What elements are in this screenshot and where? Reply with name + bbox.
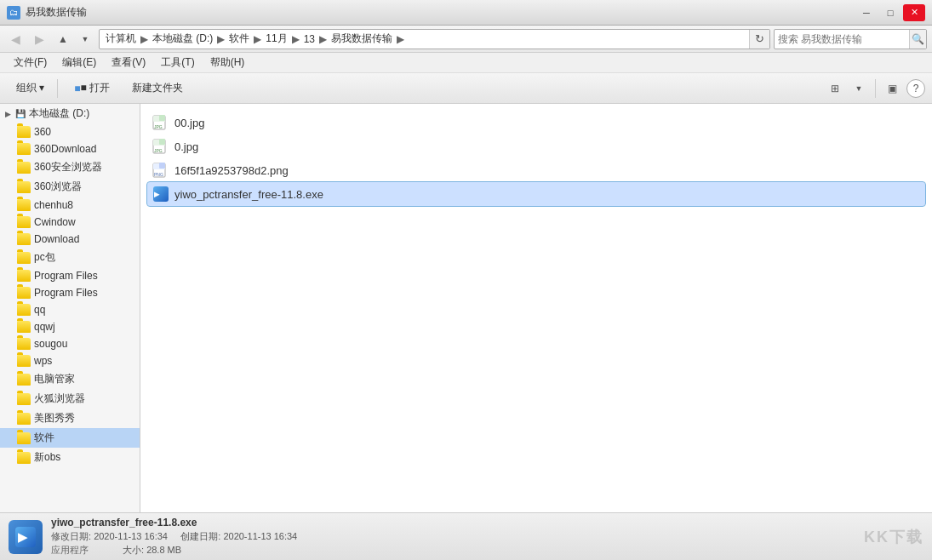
file-item-exe[interactable]: ▶ yiwo_pctransfer_free-11.8.exe: [147, 182, 925, 206]
sidebar-label-sougou: sougou: [34, 338, 67, 350]
png-icon: PNG: [152, 162, 169, 179]
sidebar-item-chenhu8[interactable]: chenhu8: [0, 197, 140, 214]
back-button[interactable]: ◀: [5, 29, 26, 49]
file-name-0jpg: 0.jpg: [174, 140, 198, 153]
svg-text:▶: ▶: [154, 191, 160, 198]
svg-rect-3: [159, 115, 165, 121]
sidebar-item-360download[interactable]: 360Download: [0, 140, 140, 157]
svg-rect-11: [159, 163, 165, 169]
sidebar-label-360browser: 360浏览器: [34, 180, 82, 194]
sidebar-label-pcmanager: 电脑管家: [34, 372, 75, 386]
sidebar-item-cwindow[interactable]: Cwindow: [0, 214, 140, 231]
sidebar-item-qq[interactable]: qq: [0, 301, 140, 318]
sidebar-label-360browser2: 360安全浏览器: [34, 160, 102, 174]
status-type: 应用程序: [51, 544, 89, 557]
breadcrumb-drive[interactable]: 本地磁盘 (D:): [150, 30, 215, 48]
sidebar-item-360browser[interactable]: 360浏览器: [0, 177, 140, 197]
title-bar: 🗂 易我数据传输 ─ □ ✕: [0, 0, 932, 26]
view-grid-button[interactable]: ⊞: [824, 77, 846, 100]
folder-icon: [17, 287, 31, 299]
sidebar-item-meitu[interactable]: 美图秀秀: [0, 409, 140, 428]
collapse-arrow: [3, 110, 12, 118]
folder-icon: [17, 143, 31, 155]
folder-icon: [17, 162, 31, 174]
folder-icon: [17, 304, 31, 316]
menu-file[interactable]: 文件(F): [7, 54, 54, 71]
watermark: KK下载: [864, 527, 923, 547]
folder-icon: [17, 432, 31, 444]
open-icon: ■: [74, 83, 80, 94]
status-bar: ▶ yiwo_pctransfer_free-11.8.exe 修改日期: 20…: [0, 512, 932, 560]
sidebar-item-360[interactable]: 360: [0, 123, 140, 140]
sidebar-item-pcmanager[interactable]: 电脑管家: [0, 369, 140, 389]
file-area: JPG 00.jpg JPG 0.jpg: [140, 104, 932, 512]
menu-view[interactable]: 查看(V): [105, 54, 152, 71]
menu-edit[interactable]: 编辑(E): [55, 54, 103, 71]
sidebar-label-software: 软件: [34, 431, 54, 445]
breadcrumb-software[interactable]: 软件: [226, 30, 252, 48]
view-pane-button[interactable]: ▣: [881, 77, 903, 100]
recent-locations-button[interactable]: ▼: [75, 29, 95, 49]
breadcrumb-day[interactable]: 13: [301, 31, 317, 47]
maximize-button[interactable]: □: [879, 4, 901, 21]
svg-text:▶: ▶: [18, 530, 28, 544]
sidebar-item-360browser2[interactable]: 360安全浏览器: [0, 157, 140, 177]
sidebar-item-wps[interactable]: wps: [0, 352, 140, 369]
sidebar-item-download[interactable]: Download: [0, 231, 140, 248]
open-label: ■ 打开: [81, 81, 111, 95]
breadcrumb-computer[interactable]: 计算机: [103, 30, 139, 48]
forward-button[interactable]: ▶: [29, 29, 49, 49]
nav-bar: ◀ ▶ ▲ ▼ 计算机 ▶ 本地磁盘 (D:) ▶ 软件 ▶ 11月 ▶ 13 …: [0, 26, 932, 53]
toolbar-divider: [57, 79, 58, 98]
folder-icon: [17, 233, 31, 245]
search-input[interactable]: [775, 33, 909, 45]
file-name-png: 16f5f1a9253798d2.png: [174, 164, 289, 177]
folder-icon: [17, 374, 31, 386]
folder-icon: [17, 252, 31, 264]
sidebar-item-firefox[interactable]: 火狐浏览器: [0, 389, 140, 409]
up-button[interactable]: ▲: [53, 29, 73, 49]
sidebar-item-qqwj[interactable]: qqwj: [0, 318, 140, 335]
status-size: 大小: 28.8 MB: [123, 544, 181, 557]
sidebar-label-pf1: Program Files: [34, 270, 98, 282]
menu-tools[interactable]: 工具(T): [154, 54, 201, 71]
breadcrumb-folder[interactable]: 易我数据传输: [329, 30, 395, 48]
sidebar-item-programfiles1[interactable]: Program Files: [0, 267, 140, 284]
sidebar-item-sougou[interactable]: sougou: [0, 335, 140, 352]
file-item-0jpg[interactable]: JPG 0.jpg: [147, 134, 925, 158]
search-bar[interactable]: 🔍: [774, 29, 927, 49]
close-button[interactable]: ✕: [903, 4, 925, 21]
address-bar[interactable]: 计算机 ▶ 本地磁盘 (D:) ▶ 软件 ▶ 11月 ▶ 13 ▶ 易我数据传输…: [99, 29, 770, 49]
sidebar-label-360download: 360Download: [34, 143, 96, 155]
sidebar-item-newobs[interactable]: 新obs: [0, 448, 140, 467]
folder-icon: [17, 452, 31, 464]
minimize-button[interactable]: ─: [855, 4, 878, 21]
folder-icon: [17, 126, 31, 138]
folder-icon: [17, 355, 31, 367]
file-name-00jpg: 00.jpg: [174, 117, 204, 129]
sidebar-root[interactable]: 💾 本地磁盘 (D:): [0, 104, 140, 123]
status-modified: 修改日期: 2020-11-13 16:34 创建日期: 2020-11-13 …: [51, 530, 297, 543]
sidebar-item-software[interactable]: 软件: [0, 428, 140, 448]
breadcrumb-month[interactable]: 11月: [263, 30, 289, 48]
sidebar-item-pc[interactable]: pc包: [0, 248, 140, 267]
view-dropdown-button[interactable]: ▼: [848, 77, 870, 100]
search-button[interactable]: 🔍: [909, 30, 926, 49]
view-controls: ⊞ ▼ ▣: [824, 77, 903, 100]
sidebar-label-pc: pc包: [34, 250, 55, 265]
menu-help[interactable]: 帮助(H): [203, 54, 252, 71]
address-refresh-button[interactable]: ↻: [749, 30, 769, 49]
file-item-png[interactable]: PNG 16f5f1a9253798d2.png: [147, 158, 925, 182]
open-button[interactable]: ■ ■ 打开: [65, 77, 119, 100]
modified-label: 修改日期:: [51, 531, 91, 541]
folder-icon: [17, 199, 31, 211]
organize-button[interactable]: 组织 ▾: [7, 77, 50, 100]
modified-date: 2020-11-13 16:34: [94, 531, 168, 541]
help-button[interactable]: ?: [906, 79, 925, 98]
sidebar-item-programfiles2[interactable]: Program Files: [0, 284, 140, 301]
svg-rect-7: [159, 139, 165, 145]
folder-icon: [17, 216, 31, 228]
new-folder-button[interactable]: 新建文件夹: [123, 77, 192, 100]
file-item-00jpg[interactable]: JPG 00.jpg: [147, 111, 925, 134]
sidebar-label-qqwj: qqwj: [34, 321, 55, 333]
